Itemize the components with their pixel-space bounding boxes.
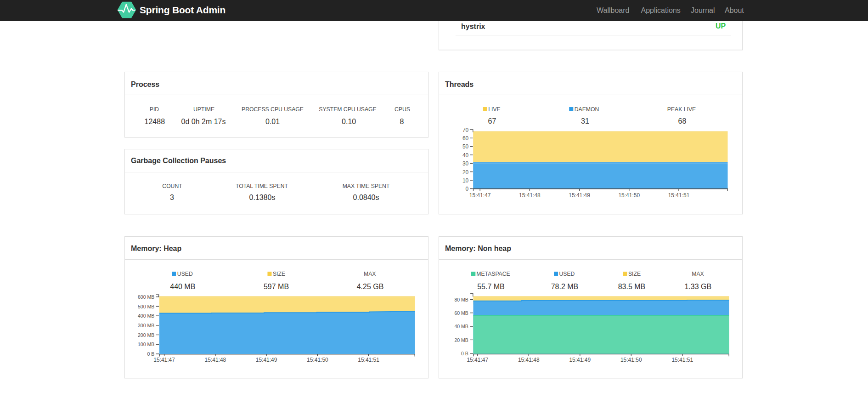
- svg-text:80 MB: 80 MB: [454, 297, 468, 302]
- svg-text:15:41:48: 15:41:48: [518, 357, 540, 363]
- svg-text:400 MB: 400 MB: [138, 313, 154, 319]
- svg-text:15:41:49: 15:41:49: [256, 357, 277, 363]
- svg-text:60 MB: 60 MB: [454, 310, 468, 316]
- svg-text:15:41:47: 15:41:47: [469, 192, 491, 199]
- svg-text:15:41:50: 15:41:50: [620, 357, 642, 363]
- svg-text:40: 40: [462, 152, 469, 159]
- svg-text:40 MB: 40 MB: [454, 324, 468, 329]
- svg-text:15:41:47: 15:41:47: [467, 357, 488, 363]
- svg-text:15:41:50: 15:41:50: [307, 357, 328, 363]
- svg-text:50: 50: [462, 143, 469, 150]
- svg-text:15:41:49: 15:41:49: [569, 357, 591, 363]
- svg-text:15:41:51: 15:41:51: [671, 357, 693, 363]
- svg-text:20: 20: [462, 169, 469, 176]
- svg-text:200 MB: 200 MB: [138, 332, 154, 338]
- svg-text:70: 70: [462, 127, 469, 133]
- svg-text:15:41:48: 15:41:48: [205, 357, 226, 363]
- svg-text:300 MB: 300 MB: [138, 323, 154, 328]
- svg-text:15:41:49: 15:41:49: [569, 192, 590, 199]
- svg-text:60: 60: [462, 135, 469, 142]
- svg-text:0 B: 0 B: [461, 351, 468, 356]
- svg-text:600 MB: 600 MB: [138, 294, 154, 300]
- svg-text:15:41:48: 15:41:48: [519, 192, 541, 199]
- svg-text:20 MB: 20 MB: [454, 337, 468, 343]
- svg-text:500 MB: 500 MB: [138, 304, 154, 309]
- svg-text:30: 30: [462, 160, 469, 167]
- svg-text:0: 0: [466, 186, 469, 192]
- svg-text:10: 10: [462, 177, 469, 184]
- svg-text:100 MB: 100 MB: [138, 342, 154, 347]
- svg-text:15:41:47: 15:41:47: [153, 357, 175, 363]
- svg-text:15:41:51: 15:41:51: [668, 192, 690, 199]
- svg-text:0 B: 0 B: [147, 351, 154, 357]
- svg-text:15:41:50: 15:41:50: [618, 192, 640, 199]
- svg-text:15:41:51: 15:41:51: [358, 357, 379, 363]
